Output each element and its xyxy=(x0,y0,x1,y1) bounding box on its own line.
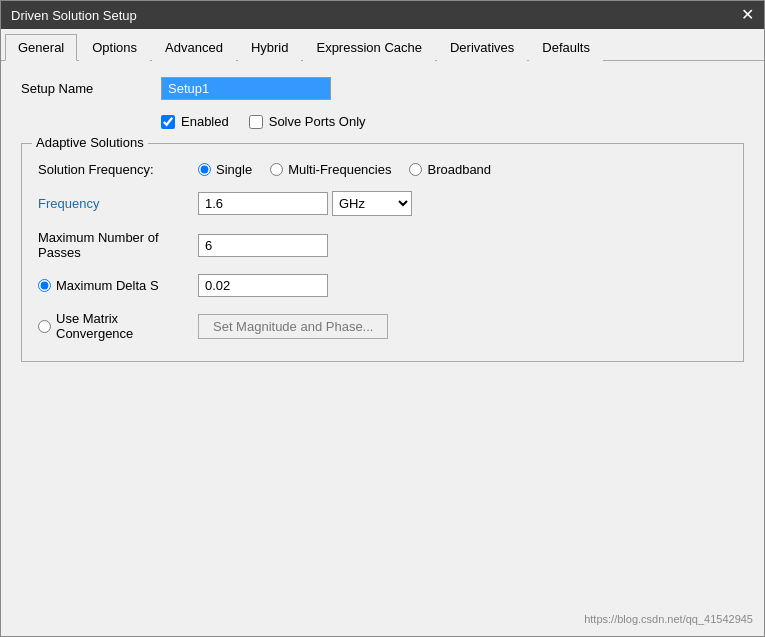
adaptive-solutions-group: Adaptive Solutions Solution Frequency: S… xyxy=(21,143,744,362)
solve-ports-only-checkbox[interactable] xyxy=(249,115,263,129)
radio-multi-label: Multi-Frequencies xyxy=(288,162,391,177)
tab-general[interactable]: General xyxy=(5,34,77,61)
radio-broadband-label: Broadband xyxy=(427,162,491,177)
enabled-checkbox-label[interactable]: Enabled xyxy=(161,114,229,129)
radio-single[interactable]: Single xyxy=(198,162,252,177)
setup-name-label: Setup Name xyxy=(21,81,161,96)
setup-name-input[interactable] xyxy=(161,77,331,100)
use-matrix-label: Use Matrix Convergence xyxy=(56,311,198,341)
checkbox-row: Enabled Solve Ports Only xyxy=(21,114,744,129)
window-title: Driven Solution Setup xyxy=(11,8,137,23)
max-delta-s-radio-label[interactable]: Maximum Delta S xyxy=(38,278,198,293)
set-magnitude-button[interactable]: Set Magnitude and Phase... xyxy=(198,314,388,339)
max-passes-input[interactable] xyxy=(198,234,328,257)
group-title: Adaptive Solutions xyxy=(32,135,148,150)
frequency-input[interactable] xyxy=(198,192,328,215)
max-passes-label: Maximum Number of Passes xyxy=(38,230,198,260)
tab-advanced[interactable]: Advanced xyxy=(152,34,236,61)
radio-broadband-input[interactable] xyxy=(409,163,422,176)
solution-frequency-row: Solution Frequency: Single Multi-Frequen… xyxy=(38,162,727,177)
solve-ports-only-label[interactable]: Solve Ports Only xyxy=(249,114,366,129)
main-window: Driven Solution Setup ✕ General Options … xyxy=(0,0,765,637)
max-delta-s-input[interactable] xyxy=(198,274,328,297)
content-area: Setup Name Enabled Solve Ports Only Adap… xyxy=(1,61,764,636)
max-passes-row: Maximum Number of Passes xyxy=(38,230,727,260)
radio-multi[interactable]: Multi-Frequencies xyxy=(270,162,391,177)
frequency-row: Frequency GHz MHz kHz Hz xyxy=(38,191,727,216)
tab-options[interactable]: Options xyxy=(79,34,150,61)
frequency-label: Frequency xyxy=(38,196,198,211)
close-button[interactable]: ✕ xyxy=(741,7,754,23)
radio-broadband[interactable]: Broadband xyxy=(409,162,491,177)
solve-ports-only-text: Solve Ports Only xyxy=(269,114,366,129)
tab-bar: General Options Advanced Hybrid Expressi… xyxy=(1,29,764,61)
use-matrix-row: Use Matrix Convergence Set Magnitude and… xyxy=(38,311,727,341)
solution-frequency-label: Solution Frequency: xyxy=(38,162,198,177)
setup-name-row: Setup Name xyxy=(21,77,744,100)
tab-derivatives[interactable]: Derivatives xyxy=(437,34,527,61)
title-bar: Driven Solution Setup ✕ xyxy=(1,1,764,29)
use-matrix-radio[interactable] xyxy=(38,320,51,333)
radio-multi-input[interactable] xyxy=(270,163,283,176)
solution-type-radio-group: Single Multi-Frequencies Broadband xyxy=(198,162,491,177)
radio-single-input[interactable] xyxy=(198,163,211,176)
radio-single-label: Single xyxy=(216,162,252,177)
use-matrix-radio-label[interactable]: Use Matrix Convergence xyxy=(38,311,198,341)
watermark: https://blog.csdn.net/qq_41542945 xyxy=(584,613,753,625)
tab-defaults[interactable]: Defaults xyxy=(529,34,603,61)
enabled-label: Enabled xyxy=(181,114,229,129)
max-delta-s-row: Maximum Delta S xyxy=(38,274,727,297)
frequency-unit-select[interactable]: GHz MHz kHz Hz xyxy=(332,191,412,216)
tab-hybrid[interactable]: Hybrid xyxy=(238,34,302,61)
max-delta-s-label: Maximum Delta S xyxy=(56,278,159,293)
enabled-checkbox[interactable] xyxy=(161,115,175,129)
tab-expression-cache[interactable]: Expression Cache xyxy=(303,34,435,61)
max-delta-s-radio[interactable] xyxy=(38,279,51,292)
